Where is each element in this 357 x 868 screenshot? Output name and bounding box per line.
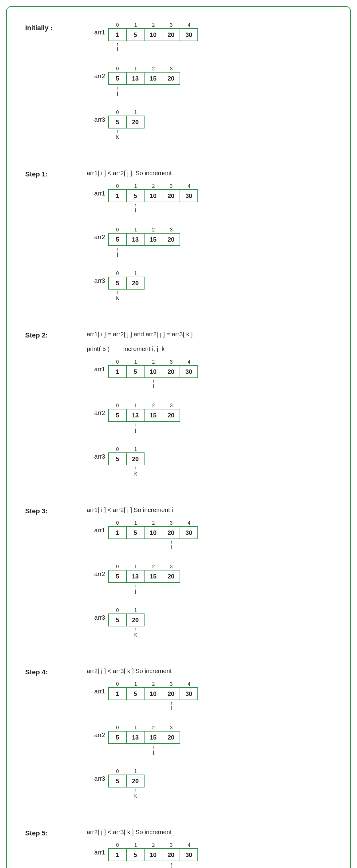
- array-cell: 30: [180, 189, 198, 202]
- array-row: arr10115210320↑i430: [87, 520, 332, 551]
- cell-wrap: 320↑i: [162, 520, 180, 551]
- array-cell: 30: [180, 28, 198, 41]
- cell-wrap: 01: [108, 183, 127, 215]
- array-cell: 20: [126, 277, 145, 289]
- index-label: 2: [152, 22, 155, 28]
- cell-wrap: 01: [108, 520, 127, 551]
- cell-wrap: 320: [162, 66, 180, 97]
- array-cells: 0115↑i210320430: [108, 183, 198, 215]
- index-label: 1: [135, 681, 137, 687]
- array-cell: 5: [126, 365, 145, 378]
- index-label: 0: [116, 446, 119, 453]
- cell-wrap: 113: [127, 725, 145, 756]
- array-cell: 5: [108, 775, 127, 787]
- cell-wrap: 05: [108, 768, 127, 800]
- index-label: 3: [170, 681, 173, 687]
- array-cells: 05↑k120: [108, 271, 145, 302]
- pointer-var: j: [117, 90, 118, 96]
- cell-wrap: 15: [127, 359, 145, 390]
- cell-wrap: 320: [162, 227, 180, 258]
- index-label: 0: [116, 271, 119, 277]
- index-label: 3: [170, 403, 173, 409]
- index-label: 1: [135, 768, 137, 775]
- array-cell: 1: [108, 365, 127, 378]
- index-label: 3: [170, 22, 173, 28]
- array-cell: 15: [144, 570, 162, 583]
- array-cell: 10: [144, 28, 162, 41]
- array-label: arr3: [87, 768, 105, 782]
- array-cell: 10: [144, 526, 162, 539]
- array-cell: 20: [162, 233, 180, 246]
- up-arrow-icon: ↑: [116, 42, 119, 47]
- array-cell: 20: [162, 848, 180, 861]
- index-label: 1: [135, 359, 137, 365]
- array-cells: 01↑i15210320430: [108, 22, 198, 54]
- step-caption: arr2[ j ] < arr3[ k ] So increment j: [87, 666, 332, 676]
- index-label: 4: [188, 22, 191, 28]
- array-row: arr10115↑i210320430: [87, 183, 332, 215]
- pointer-marker: ↑k: [135, 626, 137, 639]
- array-label: arr2: [87, 403, 105, 416]
- pointer-var: k: [135, 793, 137, 799]
- array-label: arr2: [87, 564, 105, 578]
- step-caption: arr1[ i ] < arr2[ j ] So increment i: [87, 505, 332, 515]
- cell-wrap: 215: [145, 66, 162, 97]
- cell-wrap: 01: [108, 681, 127, 712]
- cell-wrap: 210: [145, 842, 162, 868]
- array-cell: 30: [180, 526, 198, 539]
- index-label: 2: [152, 842, 155, 848]
- array-row: arr205113↑j215320: [87, 564, 332, 595]
- cell-wrap: 320: [162, 359, 180, 390]
- index-label: 0: [116, 66, 119, 72]
- pointer-marker: ↑k: [135, 787, 137, 800]
- pointer-var: i: [171, 706, 172, 711]
- step-block: Step 3:arr1[ i ] < arr2[ j ] So incremen…: [25, 505, 332, 651]
- array-label: arr1: [87, 520, 105, 534]
- array-label: arr3: [87, 607, 105, 621]
- cell-wrap: 01: [108, 842, 127, 868]
- array-row: arr10115210320↑i430: [87, 681, 332, 712]
- cell-wrap: 320: [162, 564, 180, 595]
- index-label: 2: [152, 520, 155, 526]
- up-arrow-icon: ↑: [170, 862, 173, 867]
- array-label: arr2: [87, 66, 105, 80]
- array-cell: 20: [162, 409, 180, 422]
- array-cells: 05120↑k: [108, 607, 145, 639]
- cell-wrap: 210↑i: [145, 359, 162, 390]
- cell-wrap: 05: [108, 403, 127, 434]
- cell-wrap: 113: [127, 66, 145, 97]
- index-label: 3: [170, 359, 173, 365]
- array-cell: 13: [126, 731, 145, 744]
- pointer-marker: ↑i: [135, 202, 137, 215]
- array-cell: 5: [108, 570, 127, 583]
- array-row: arr205↑j113215320: [87, 66, 332, 97]
- pointer-marker: ↑j: [152, 744, 155, 756]
- index-label: 0: [116, 22, 119, 28]
- index-label: 2: [152, 359, 155, 365]
- cell-wrap: 210: [145, 520, 162, 551]
- step-block: Step 1:arr1[ i ] < arr2[ j ]. So increme…: [25, 168, 332, 314]
- array-cell: 10: [144, 365, 162, 378]
- index-label: 0: [116, 520, 119, 526]
- array-label: arr2: [87, 725, 105, 739]
- cell-wrap: 320: [162, 403, 180, 434]
- pointer-var: i: [117, 47, 118, 52]
- cell-wrap: 15: [127, 520, 145, 551]
- array-cell: 20: [126, 116, 145, 128]
- array-cell: 13: [126, 570, 145, 583]
- up-arrow-icon: ↑: [135, 422, 137, 427]
- array-cell: 20: [162, 189, 180, 202]
- index-label: 1: [135, 520, 137, 526]
- pointer-var: k: [116, 134, 119, 140]
- array-cell: 5: [126, 28, 145, 41]
- index-label: 3: [170, 66, 173, 72]
- pointer-marker: ↑k: [116, 128, 119, 141]
- pointer-var: i: [153, 383, 154, 389]
- step-block: Step 2:arr1[ i ] = arr2[ j ] and arr2[ j…: [25, 330, 332, 490]
- index-label: 1: [135, 110, 137, 116]
- step-body: arr2[ j ] < arr3[ k ] So increment jarr1…: [87, 666, 332, 812]
- cell-wrap: 15: [127, 22, 145, 54]
- cell-wrap: 215: [145, 564, 162, 595]
- up-arrow-icon: ↑: [135, 627, 137, 632]
- array-cell: 5: [126, 189, 145, 202]
